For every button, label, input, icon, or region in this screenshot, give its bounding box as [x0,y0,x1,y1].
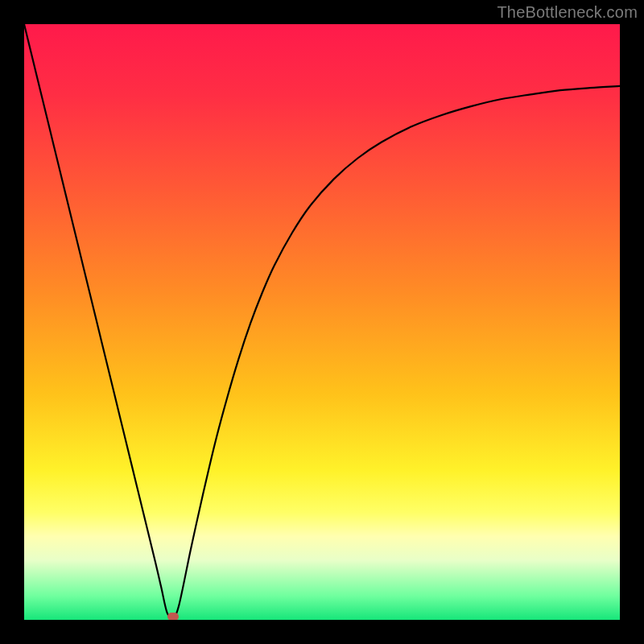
bottleneck-curve [24,24,620,620]
chart-frame: TheBottleneck.com [0,0,644,644]
plot-area [24,24,620,620]
watermark-text: TheBottleneck.com [497,3,638,22]
optimal-point-marker [167,613,179,620]
